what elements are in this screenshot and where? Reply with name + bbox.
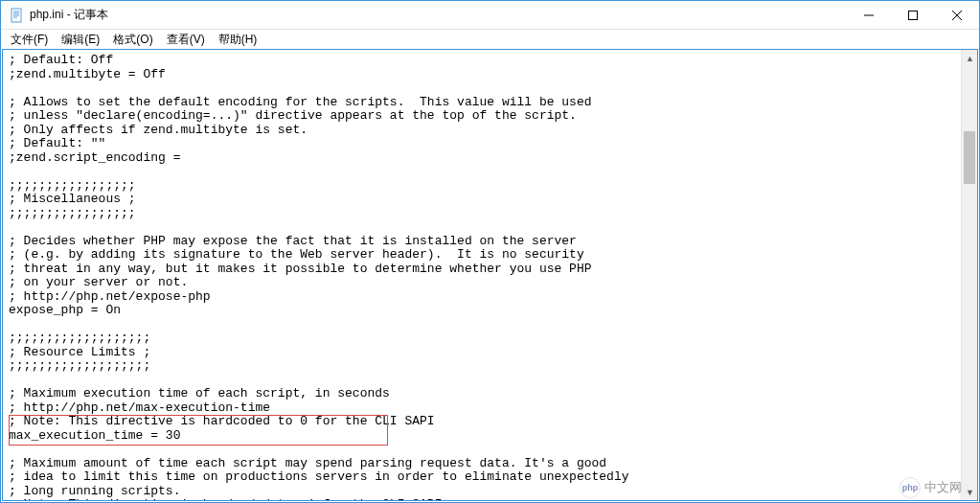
watermark: php 中文网 bbox=[900, 477, 962, 498]
scroll-thumb[interactable] bbox=[964, 131, 975, 184]
php-logo-icon: php bbox=[900, 477, 921, 498]
menu-edit[interactable]: 编辑(E) bbox=[56, 31, 105, 49]
window-title: php.ini - 记事本 bbox=[30, 7, 847, 23]
menu-file[interactable]: 文件(F) bbox=[5, 31, 54, 49]
close-button[interactable] bbox=[935, 1, 979, 30]
menu-help[interactable]: 帮助(H) bbox=[213, 31, 263, 49]
titlebar: php.ini - 记事本 bbox=[1, 1, 979, 30]
vertical-scrollbar[interactable]: ▲ ▼ bbox=[961, 50, 977, 500]
svg-rect-6 bbox=[909, 11, 918, 20]
notepad-icon bbox=[9, 8, 24, 23]
maximize-button[interactable] bbox=[891, 1, 935, 30]
text-editor[interactable]: ; Default: Off ;zend.multibyte = Off ; A… bbox=[3, 50, 961, 500]
menubar: 文件(F) 编辑(E) 格式(O) 查看(V) 帮助(H) bbox=[1, 30, 979, 49]
minimize-button[interactable] bbox=[847, 1, 891, 30]
scroll-down-icon[interactable]: ▼ bbox=[962, 484, 978, 500]
content-area: ; Default: Off ;zend.multibyte = Off ; A… bbox=[2, 49, 978, 501]
menu-format[interactable]: 格式(O) bbox=[107, 31, 158, 49]
scroll-up-icon[interactable]: ▲ bbox=[962, 50, 978, 66]
window-controls bbox=[847, 1, 979, 29]
watermark-text: 中文网 bbox=[924, 479, 962, 496]
menu-view[interactable]: 查看(V) bbox=[161, 31, 211, 49]
